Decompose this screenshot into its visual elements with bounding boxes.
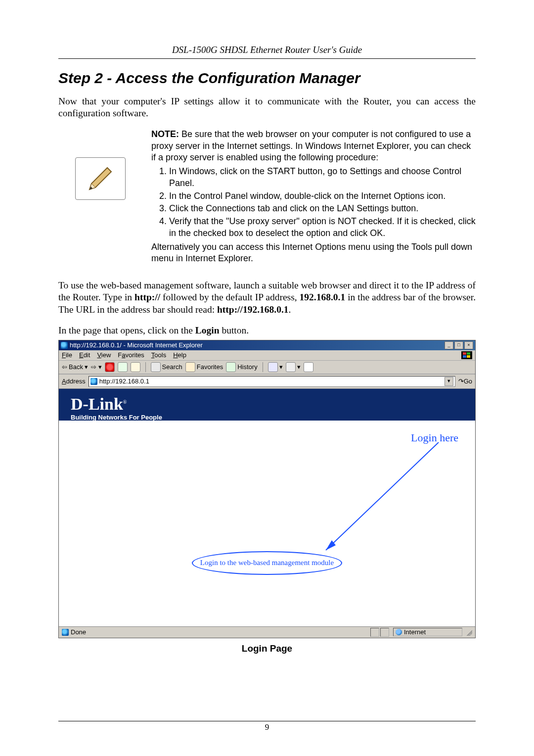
favorites-label: Favorites: [197, 363, 223, 371]
stop-icon[interactable]: [105, 362, 115, 372]
intro-paragraph: Now that your computer's IP settings all…: [58, 95, 476, 120]
maximize-button[interactable]: □: [454, 341, 463, 349]
p2-tail: .: [289, 304, 291, 315]
title-bar: http://192.168.0.1/ - Microsoft Internet…: [59, 340, 475, 350]
back-label: Back: [69, 363, 83, 371]
pencil-icon: [75, 157, 126, 200]
security-zone: Internet: [393, 628, 462, 636]
status-done: Done: [71, 628, 86, 636]
address-value: http://192.168.0.1: [99, 378, 443, 385]
page-number: 9: [265, 722, 269, 732]
address-label: Address: [62, 378, 86, 385]
status-ie-icon: [62, 629, 69, 636]
status-bar: Done Internet: [59, 626, 475, 638]
dlink-header: D-Link® Building Networks For People: [59, 389, 475, 421]
note-step-1: In Windows, click on the START button, g…: [169, 166, 476, 189]
running-header: DSL-1500G SHDSL Ethernet Router User's G…: [58, 45, 476, 59]
search-button[interactable]: Search: [151, 362, 182, 372]
print-icon: [286, 362, 296, 372]
search-icon: [151, 362, 161, 372]
minimize-button[interactable]: _: [445, 341, 453, 349]
print-button[interactable]: ▾: [286, 362, 301, 372]
login-button[interactable]: Login to the web-based management module: [192, 551, 342, 575]
go-button[interactable]: ↷Go: [458, 378, 472, 385]
p2-bold3: http://192.168.0.1: [217, 304, 289, 315]
note-step-2: In the Control Panel window, double-clic…: [169, 190, 476, 202]
svg-line-7: [326, 442, 439, 550]
note-label: NOTE:: [151, 129, 179, 139]
menu-tools[interactable]: Tools: [151, 351, 166, 359]
favorites-button[interactable]: Favorites: [185, 362, 223, 372]
login-button-label: Login to the web-based management module: [200, 559, 334, 567]
svg-rect-4: [467, 352, 470, 355]
refresh-icon[interactable]: [118, 362, 128, 372]
window-title: http://192.168.0.1/ - Microsoft Internet…: [70, 341, 203, 349]
mail-button[interactable]: ▾: [268, 362, 283, 372]
note-step-3: Click the Connections tab and click on t…: [169, 203, 476, 215]
status-cells: [370, 628, 390, 637]
paragraph-login: In the page that opens, click on the Log…: [58, 325, 476, 336]
ie-icon: [61, 342, 68, 349]
svg-marker-8: [326, 540, 336, 550]
history-button[interactable]: History: [226, 362, 257, 372]
p2-bold2: 192.168.0.1: [300, 292, 346, 302]
favorites-icon: [185, 362, 195, 372]
figure-caption: Login Page: [58, 643, 476, 654]
go-label: Go: [464, 378, 472, 385]
search-label: Search: [162, 363, 182, 371]
note-steps-list: In Windows, click on the START button, g…: [169, 166, 476, 239]
p2-seg2: followed by the default IP address,: [160, 292, 300, 302]
paragraph-usage: To use the web-based management software…: [58, 280, 476, 316]
note-text: NOTE: Be sure that the web browser on yo…: [151, 129, 476, 265]
close-button[interactable]: ×: [464, 341, 473, 349]
p3-bold: Login: [195, 325, 220, 335]
annotation-arrow: [59, 389, 475, 626]
step-title: Step 2 - Access the Configuration Manage…: [58, 70, 476, 87]
note-icon-cell: [58, 129, 142, 265]
menu-bar: File Edit View Favorites Tools Help: [59, 350, 475, 360]
p3-post: button.: [220, 325, 249, 335]
page-icon: [90, 378, 97, 385]
dlink-logo: D-Link®: [71, 396, 463, 413]
dlink-tagline: Building Networks For People: [71, 414, 463, 421]
edit-icon[interactable]: [304, 362, 313, 372]
login-here-annotation: Login here: [411, 431, 458, 444]
menu-edit[interactable]: Edit: [79, 351, 90, 359]
p3-pre: In the page that opens, click on the: [58, 325, 195, 335]
resize-grip[interactable]: [465, 629, 472, 636]
toolbar-separator: [145, 362, 146, 372]
note-trailer: Alternatively you can access this Intern…: [151, 242, 472, 264]
menu-help[interactable]: Help: [173, 351, 186, 359]
windows-flag-icon: [461, 351, 472, 359]
menu-file[interactable]: File: [62, 351, 72, 359]
svg-rect-5: [463, 355, 466, 358]
p2-bold1: http://: [134, 292, 160, 302]
browser-window: http://192.168.0.1/ - Microsoft Internet…: [58, 340, 476, 638]
toolbar: ⇦ Back ▾ ⇨ ▾ Search Favorites History ▾ …: [59, 360, 475, 374]
globe-icon: [396, 629, 402, 635]
back-button[interactable]: ⇦ Back ▾: [62, 363, 88, 371]
mail-icon: [268, 362, 278, 372]
svg-rect-3: [463, 352, 466, 355]
page-footer: 9: [58, 721, 476, 732]
dlink-reg: ®: [123, 399, 127, 404]
toolbar-separator-2: [263, 362, 263, 372]
zone-label: Internet: [404, 628, 426, 636]
address-drop-icon[interactable]: ▼: [445, 377, 453, 386]
history-icon: [226, 362, 236, 372]
note-step-4: Verify that the "Use proxy server" optio…: [169, 216, 476, 239]
svg-rect-6: [467, 355, 470, 358]
page-content: D-Link® Building Networks For People Log…: [59, 388, 475, 626]
dlink-logo-text: D-Link: [71, 395, 123, 413]
address-input[interactable]: http://192.168.0.1 ▼: [89, 376, 455, 387]
forward-button[interactable]: ⇨ ▾: [91, 363, 102, 371]
address-bar: Address http://192.168.0.1 ▼ ↷Go: [59, 374, 475, 388]
history-label: History: [237, 363, 257, 371]
menu-favorites[interactable]: Favorites: [118, 351, 144, 359]
note-lead: Be sure that the web browser on your com…: [151, 129, 471, 163]
home-icon[interactable]: [131, 362, 140, 372]
note-block: NOTE: Be sure that the web browser on yo…: [58, 129, 476, 265]
menu-view[interactable]: View: [97, 351, 111, 359]
